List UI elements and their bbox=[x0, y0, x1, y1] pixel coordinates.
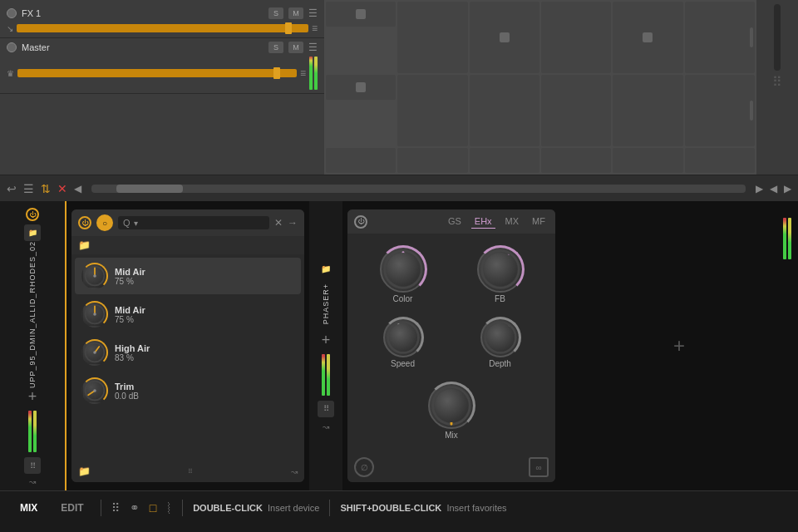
mini-scrollbar[interactable] bbox=[774, 4, 781, 71]
square-icon-bottom[interactable]: □ bbox=[150, 501, 156, 515]
tab-ehx[interactable]: EHx bbox=[471, 214, 495, 229]
folder-icon-middle[interactable]: 📁 bbox=[318, 260, 334, 277]
fader-master[interactable] bbox=[17, 69, 297, 77]
phaser-tabs: GS EHx MX MF bbox=[372, 214, 549, 229]
tab-mf[interactable]: MF bbox=[529, 214, 549, 229]
search-arrow: ▾ bbox=[134, 219, 138, 228]
tab-mx[interactable]: MX bbox=[502, 214, 523, 229]
add-device-btn-right[interactable]: + bbox=[673, 334, 685, 357]
edit-tab[interactable]: EDIT bbox=[54, 499, 90, 517]
close-search-btn[interactable]: ✕ bbox=[274, 217, 283, 229]
preset-knob-1[interactable] bbox=[81, 301, 108, 328]
track-name-master: Master bbox=[22, 42, 264, 52]
swap-icon[interactable]: ⇅ bbox=[41, 182, 51, 195]
vu-meter-master bbox=[309, 57, 318, 90]
presets-list: Mid Air 75 % Mid Air 75 % bbox=[71, 254, 304, 461]
hint-shift-double-click: SHIFT+DOUBLE-CLICK Insert favorites bbox=[340, 503, 506, 513]
list-icon[interactable]: ☰ bbox=[23, 182, 34, 195]
grid-cell bbox=[397, 75, 467, 146]
phaser-header: ⏻ GS EHx MX MF bbox=[347, 209, 555, 234]
back-icon[interactable]: ↩ bbox=[7, 182, 17, 195]
link-icon[interactable]: ∞ bbox=[529, 457, 549, 477]
vu-meter-left bbox=[28, 411, 37, 452]
grid-cell bbox=[613, 2, 682, 73]
route-icon-footer[interactable]: ↝ bbox=[291, 467, 298, 476]
add-device-btn-middle[interactable]: + bbox=[322, 332, 331, 349]
grid-cell bbox=[470, 148, 539, 173]
speed-knob[interactable] bbox=[383, 318, 423, 357]
fresh-air-power-btn[interactable]: ⏻ bbox=[78, 216, 91, 229]
nav-left-btn[interactable]: ◀ bbox=[770, 183, 777, 195]
mute-btn-fx1[interactable]: M bbox=[288, 7, 303, 19]
solo-btn-master[interactable]: S bbox=[268, 42, 283, 53]
phaser-footer: ∅ ∞ bbox=[347, 452, 555, 482]
nav-right-btn[interactable]: ▶ bbox=[784, 183, 791, 195]
solo-btn-fx1[interactable]: S bbox=[268, 7, 283, 19]
mix-knob[interactable] bbox=[428, 382, 475, 429]
track-circle-master[interactable] bbox=[7, 42, 17, 52]
null-icon[interactable]: ∅ bbox=[354, 457, 374, 477]
bars-icon-bottom[interactable]: ⦚ bbox=[166, 501, 172, 515]
mute-btn-master[interactable]: M bbox=[288, 42, 303, 53]
fader-handle-master[interactable] bbox=[273, 67, 280, 79]
main-content: ⏻ 📁 UPP_95_DMIN_ALLID_RHODES_02 + ⠿ ↝ ⏻ bbox=[0, 201, 798, 490]
folder-icon-fresh[interactable]: 📁 bbox=[78, 239, 91, 251]
options-icon-fx1[interactable]: ☰ bbox=[308, 7, 318, 19]
hint-action-2: Insert favorites bbox=[446, 503, 506, 513]
phaser-power-btn[interactable]: ⏻ bbox=[354, 215, 367, 229]
power-btn-left[interactable]: ⏻ bbox=[26, 208, 39, 221]
mix-tab[interactable]: MIX bbox=[13, 499, 44, 517]
link-icon-bottom[interactable]: ⚭ bbox=[130, 501, 140, 515]
route-icon-middle[interactable]: ↝ bbox=[323, 422, 329, 431]
vu-meter-right bbox=[783, 218, 791, 259]
grid-icon-left[interactable]: ⠿ bbox=[24, 457, 41, 474]
preset-info-2: High Air 83 % bbox=[115, 343, 294, 362]
crown-icon-master: ♛ bbox=[7, 69, 14, 78]
color-knob[interactable] bbox=[380, 246, 426, 293]
grid-cell bbox=[326, 75, 396, 100]
preset-knob-0[interactable] bbox=[81, 263, 108, 289]
fb-knob-group: FB bbox=[477, 246, 524, 303]
options-icon-master[interactable]: ☰ bbox=[308, 42, 318, 53]
folder-icon-left[interactable]: 📁 bbox=[24, 224, 41, 241]
preset-info-3: Trim 0.0 dB bbox=[115, 382, 294, 401]
preset-item-0[interactable]: Mid Air 75 % bbox=[75, 258, 301, 294]
scrollbar-track[interactable] bbox=[91, 185, 746, 193]
depth-knob[interactable] bbox=[480, 318, 520, 357]
folder-icon-footer[interactable]: 📁 bbox=[78, 466, 91, 477]
divider-2 bbox=[182, 500, 183, 516]
preset-knob-3[interactable] bbox=[81, 377, 108, 404]
forward-btn[interactable]: → bbox=[288, 217, 298, 229]
scrollbar-thumb[interactable] bbox=[116, 185, 183, 193]
color-knob-group: Color bbox=[380, 246, 426, 303]
route-icon-left[interactable]: ↝ bbox=[29, 477, 36, 486]
speed-knob-group: Speed bbox=[383, 318, 423, 368]
tab-gs[interactable]: GS bbox=[445, 214, 465, 229]
grid-cell bbox=[326, 2, 396, 27]
grid-icon-middle[interactable]: ⠿ bbox=[318, 401, 334, 417]
fader-fx1[interactable] bbox=[17, 24, 308, 32]
grid-cell bbox=[613, 148, 682, 173]
search-box[interactable]: Q ▾ bbox=[118, 216, 269, 229]
grid-icon-bottom[interactable]: ⠿ bbox=[111, 501, 120, 515]
track-name-fx1: FX 1 bbox=[22, 8, 264, 18]
preset-item-2[interactable]: High Air 83 % bbox=[75, 334, 301, 371]
grid-cell bbox=[685, 2, 755, 73]
panel-grid-icon: ⠿ bbox=[772, 74, 782, 90]
menu-icon-master[interactable]: ≡ bbox=[300, 67, 306, 79]
fresh-air-plugin: ⏻ ○ Q ▾ ✕ → 📁 bbox=[71, 209, 304, 482]
preset-item-3[interactable]: Trim 0.0 dB bbox=[75, 372, 301, 409]
hint-key-1: DOUBLE-CLICK bbox=[193, 503, 263, 513]
fb-knob[interactable] bbox=[477, 246, 524, 293]
track-circle-fx1[interactable] bbox=[7, 8, 17, 18]
preset-knob-2[interactable] bbox=[81, 339, 108, 366]
scroll-right-btn[interactable]: ▶ bbox=[756, 183, 763, 195]
close-icon[interactable]: ✕ bbox=[57, 182, 67, 195]
preset-item-1[interactable]: Mid Air 75 % bbox=[75, 296, 301, 332]
middle-strip: 📁 PHASER+ + ⠿ ↝ bbox=[309, 201, 342, 490]
add-device-btn-left[interactable]: + bbox=[28, 388, 37, 406]
grid-dots-icon[interactable]: ⠿ bbox=[188, 468, 195, 475]
fader-handle-fx1[interactable] bbox=[285, 22, 292, 34]
menu-icon-fx1[interactable]: ≡ bbox=[312, 22, 318, 34]
scroll-left-btn[interactable]: ◀ bbox=[74, 183, 81, 195]
